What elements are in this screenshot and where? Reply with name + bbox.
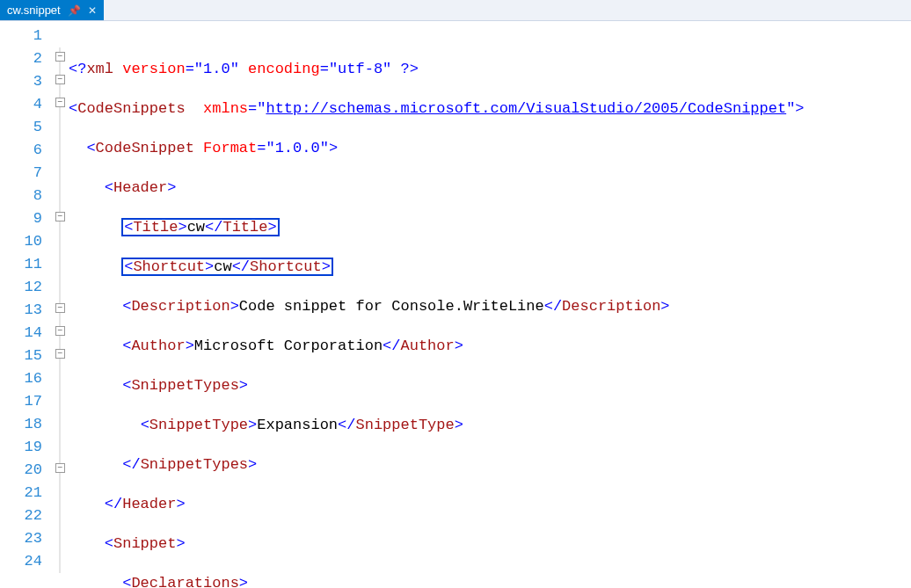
fold-cell: − bbox=[51, 207, 69, 230]
fold-cell: − bbox=[51, 93, 69, 116]
fold-column: −−−−−−−− bbox=[51, 21, 69, 588]
pin-icon[interactable]: 📌 bbox=[68, 4, 81, 17]
fold-cell bbox=[51, 139, 69, 162]
fold-cell: − bbox=[51, 47, 69, 70]
fold-cell: − bbox=[51, 70, 69, 93]
line-number: 8 bbox=[0, 185, 42, 207]
code-line[interactable]: <CodeSnippets xmlns="http://schemas.micr… bbox=[69, 98, 911, 120]
fold-cell bbox=[51, 185, 69, 207]
line-number: 12 bbox=[0, 276, 42, 299]
code-line[interactable]: <CodeSnippet Format="1.0.0"> bbox=[69, 137, 911, 160]
fold-toggle-icon[interactable]: − bbox=[55, 212, 65, 221]
line-number: 10 bbox=[0, 230, 42, 253]
line-number: 6 bbox=[0, 139, 42, 162]
line-number: 18 bbox=[0, 413, 42, 436]
code-line[interactable]: <Shortcut>cw</Shortcut> bbox=[69, 256, 911, 279]
code-line[interactable]: <Title>cw</Title> bbox=[69, 216, 911, 239]
fold-toggle-icon[interactable]: − bbox=[55, 349, 65, 359]
line-number: 3 bbox=[0, 70, 42, 93]
code-editor[interactable]: 123456789101112131415161718192021222324 … bbox=[0, 21, 911, 588]
code-line[interactable]: <Declarations> bbox=[69, 572, 911, 588]
fold-toggle-icon[interactable]: − bbox=[55, 75, 65, 84]
line-number: 4 bbox=[0, 93, 42, 116]
active-tab[interactable]: cw.snippet 📌 ✕ bbox=[0, 0, 104, 20]
fold-cell bbox=[51, 276, 69, 299]
fold-cell: − bbox=[51, 345, 69, 367]
code-line[interactable]: <Header> bbox=[69, 177, 911, 200]
fold-cell: − bbox=[51, 459, 69, 482]
fold-cell bbox=[51, 162, 69, 185]
line-number: 13 bbox=[0, 299, 42, 322]
fold-cell bbox=[51, 482, 69, 505]
fold-toggle-icon[interactable]: − bbox=[55, 303, 65, 313]
line-number: 22 bbox=[0, 505, 42, 527]
code-line[interactable]: <SnippetTypes> bbox=[69, 374, 911, 397]
line-number: 15 bbox=[0, 345, 42, 367]
line-number: 20 bbox=[0, 459, 42, 482]
code-line[interactable]: <Description>Code snippet for Console.Wr… bbox=[69, 295, 911, 318]
line-number: 24 bbox=[0, 550, 42, 573]
tab-title: cw.snippet bbox=[7, 4, 61, 17]
code-line[interactable]: </Header> bbox=[69, 493, 911, 516]
highlighted-title: <Title>cw</Title> bbox=[122, 219, 278, 236]
fold-cell: − bbox=[51, 322, 69, 345]
code-line[interactable]: <Author>Microsoft Corporation</Author> bbox=[69, 335, 911, 358]
fold-cell bbox=[51, 25, 69, 47]
fold-cell bbox=[51, 550, 69, 573]
line-number: 2 bbox=[0, 47, 42, 70]
fold-cell bbox=[51, 505, 69, 527]
code-line[interactable]: </SnippetTypes> bbox=[69, 454, 911, 476]
fold-toggle-icon[interactable]: − bbox=[55, 98, 65, 107]
highlighted-shortcut: <Shortcut>cw</Shortcut> bbox=[122, 258, 332, 275]
fold-cell: − bbox=[51, 299, 69, 322]
line-number: 16 bbox=[0, 367, 42, 390]
line-number: 7 bbox=[0, 162, 42, 185]
code-area[interactable]: <?xml version="1.0" encoding="utf-8" ?> … bbox=[69, 21, 911, 588]
line-number: 11 bbox=[0, 253, 42, 276]
fold-cell bbox=[51, 116, 69, 139]
fold-cell bbox=[51, 230, 69, 253]
line-number: 5 bbox=[0, 116, 42, 139]
fold-cell bbox=[51, 413, 69, 436]
fold-cell bbox=[51, 436, 69, 459]
fold-cell bbox=[51, 367, 69, 390]
fold-toggle-icon[interactable]: − bbox=[55, 463, 65, 473]
code-line[interactable]: <SnippetType>Expansion</SnippetType> bbox=[69, 414, 911, 437]
line-number: 21 bbox=[0, 482, 42, 505]
line-number: 23 bbox=[0, 527, 42, 550]
fold-cell bbox=[51, 390, 69, 413]
fold-toggle-icon[interactable]: − bbox=[55, 52, 65, 62]
line-number: 14 bbox=[0, 322, 42, 345]
close-icon[interactable]: ✕ bbox=[88, 4, 97, 17]
code-line[interactable]: <?xml version="1.0" encoding="utf-8" ?> bbox=[69, 58, 911, 81]
code-line[interactable]: <Snippet> bbox=[69, 533, 911, 555]
line-number: 1 bbox=[0, 25, 42, 47]
fold-toggle-icon[interactable]: − bbox=[55, 326, 65, 336]
tab-bar: cw.snippet 📌 ✕ bbox=[0, 0, 911, 21]
line-number-gutter: 123456789101112131415161718192021222324 bbox=[0, 21, 51, 588]
line-number: 19 bbox=[0, 436, 42, 459]
fold-cell bbox=[51, 527, 69, 550]
line-number: 9 bbox=[0, 207, 42, 230]
fold-cell bbox=[51, 253, 69, 276]
line-number: 17 bbox=[0, 390, 42, 413]
